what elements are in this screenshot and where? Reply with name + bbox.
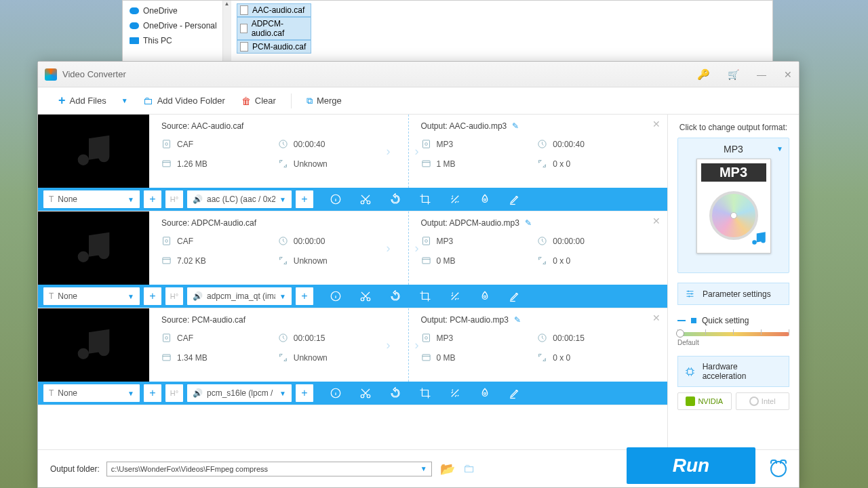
add-subtitle-button[interactable]: + [144, 384, 161, 402]
add-audio-button[interactable]: + [296, 384, 313, 402]
watermark-icon[interactable] [479, 387, 491, 399]
folder-locked-icon[interactable]: 🗀 [463, 462, 475, 476]
effects-icon[interactable] [449, 193, 461, 205]
nav-this-pc[interactable]: This PC [123, 33, 231, 48]
file-row: Source: PCM-audio.caf CAF 00:00:15 1.34 … [38, 308, 667, 405]
edit-output-button[interactable]: ✎ [514, 315, 521, 325]
clear-button[interactable]: 🗑Clear [235, 93, 283, 109]
quick-setting-label: Quick setting [677, 316, 789, 325]
effects-icon[interactable] [449, 290, 461, 302]
add-subtitle-button[interactable]: + [144, 287, 161, 305]
rotate-icon[interactable] [389, 193, 401, 205]
explorer-scrollbar[interactable]: ▲ [222, 1, 231, 62]
cart-icon[interactable]: 🛒 [728, 69, 739, 80]
cut-icon[interactable] [359, 193, 372, 205]
folder-icon: 🗀 [143, 95, 153, 106]
rotate-icon[interactable] [389, 387, 401, 399]
merge-button[interactable]: ⧉Merge [300, 93, 349, 109]
hardware-accel-button[interactable]: Hardware acceleration [677, 356, 789, 387]
svg-rect-28 [422, 334, 429, 342]
open-folder-button[interactable]: 📂 [440, 462, 455, 476]
info-icon[interactable] [330, 387, 342, 399]
remove-row-button[interactable]: ✕ [652, 216, 660, 226]
nvidia-icon [686, 396, 695, 406]
dimensions-icon [537, 352, 547, 363]
crop-icon[interactable] [419, 193, 431, 205]
src-size: 7.02 KB [161, 256, 278, 266]
row-toolbar: TNone▼ + H° 🔊aac (LC) (aac / 0x20▼ + [38, 188, 667, 211]
add-audio-button[interactable]: + [296, 287, 313, 305]
nav-onedrive-personal[interactable]: OneDrive - Personal [123, 18, 231, 33]
cut-icon[interactable] [359, 387, 372, 399]
subtitle-edit-icon[interactable] [509, 193, 521, 205]
format-icon [421, 236, 431, 246]
subtitle-select[interactable]: TNone▼ [43, 190, 140, 208]
slider-knob[interactable] [676, 329, 684, 338]
source-info: Source: ADPCM-audio.caf CAF 00:00:00 7.0… [149, 211, 409, 285]
audio-codec-select[interactable]: 🔊aac (LC) (aac / 0x20▼ [187, 190, 292, 208]
remove-row-button[interactable]: ✕ [652, 119, 660, 129]
audio-codec-select[interactable]: 🔊adpcm_ima_qt (ima▼ [187, 287, 292, 305]
file-row: Source: AAC-audio.caf CAF 00:00:40 1.26 … [38, 115, 667, 211]
src-size: 1.26 MB [161, 159, 278, 169]
file-row: Source: ADPCM-audio.caf CAF 00:00:00 7.0… [38, 211, 667, 308]
add-files-dropdown[interactable]: ▼ [116, 97, 134, 104]
thumbnail [38, 308, 149, 382]
file-item[interactable]: AAC-audio.caf [237, 3, 311, 17]
watermark-icon[interactable] [479, 193, 491, 205]
cut-icon[interactable] [359, 290, 372, 302]
add-folder-button[interactable]: 🗀Add Video Folder [136, 92, 232, 109]
file-item[interactable]: ADPCM-audio.caf [237, 17, 311, 40]
size-icon [161, 256, 172, 266]
info-icon[interactable] [330, 193, 342, 205]
crop-icon[interactable] [419, 290, 431, 302]
hardware-sub-button[interactable]: H° [165, 190, 183, 208]
hardware-sub-button[interactable]: H° [165, 384, 183, 402]
subtitle-edit-icon[interactable] [509, 387, 521, 399]
add-files-button[interactable]: +Add Files [52, 91, 113, 110]
hardware-sub-button[interactable]: H° [165, 287, 183, 305]
file-item[interactable]: PCM-audio.caf [237, 40, 311, 54]
svg-point-29 [425, 337, 427, 340]
format-icon [421, 139, 431, 149]
out-dimensions: 0 x 0 [537, 256, 654, 266]
add-audio-button[interactable]: + [296, 190, 313, 208]
remove-row-button[interactable]: ✕ [652, 312, 660, 323]
source-heading: Source: AAC-audio.caf [161, 121, 395, 131]
output-folder-label: Output folder: [50, 464, 100, 474]
crop-icon[interactable] [419, 387, 431, 399]
subtitle-select[interactable]: TNone▼ [43, 384, 140, 402]
output-folder-path[interactable]: c:\Users\WonderFox\Videos\FFmpeg compres… [106, 462, 432, 476]
out-duration: 00:00:00 [537, 236, 654, 246]
add-subtitle-button[interactable]: + [144, 190, 161, 208]
edit-output-button[interactable]: ✎ [512, 121, 519, 131]
gpu-intel[interactable]: Intel [736, 392, 790, 410]
dimensions-icon [278, 352, 288, 363]
parameter-settings-button[interactable]: Parameter settings [677, 283, 789, 305]
info-icon[interactable] [330, 290, 342, 302]
svg-rect-3 [163, 161, 170, 167]
key-icon[interactable]: 🔑 [697, 68, 710, 81]
alarm-icon[interactable] [770, 461, 787, 477]
subtitle-select[interactable]: TNone▼ [43, 287, 140, 305]
output-info: ✕ Output: AAC-audio.mp3 ✎ MP3 00:00:40 1… [409, 115, 668, 188]
svg-point-5 [425, 143, 427, 146]
edit-output-button[interactable]: ✎ [525, 218, 532, 228]
file-list: Source: AAC-audio.caf CAF 00:00:40 1.26 … [38, 115, 667, 449]
output-format-selector[interactable]: MP3▼ MP3 [677, 138, 789, 273]
explorer-nav: OneDrive OneDrive - Personal This PC ▲ [123, 1, 231, 62]
nav-onedrive[interactable]: OneDrive [123, 3, 231, 18]
size-icon [421, 256, 431, 266]
close-button[interactable]: ✕ [784, 69, 792, 80]
watermark-icon[interactable] [479, 290, 491, 302]
quality-slider[interactable] [677, 332, 789, 336]
src-duration: 00:00:00 [278, 236, 395, 246]
subtitle-edit-icon[interactable] [509, 290, 521, 302]
minimize-button[interactable]: — [757, 69, 766, 80]
audio-codec-select[interactable]: 🔊pcm_s16le (lpcm / 0▼ [187, 384, 292, 402]
effects-icon[interactable] [449, 387, 461, 399]
rotate-icon[interactable] [389, 290, 401, 302]
run-button[interactable]: Run [627, 447, 755, 484]
music-note-icon [75, 326, 113, 364]
gpu-nvidia[interactable]: NVIDIA [677, 392, 732, 410]
